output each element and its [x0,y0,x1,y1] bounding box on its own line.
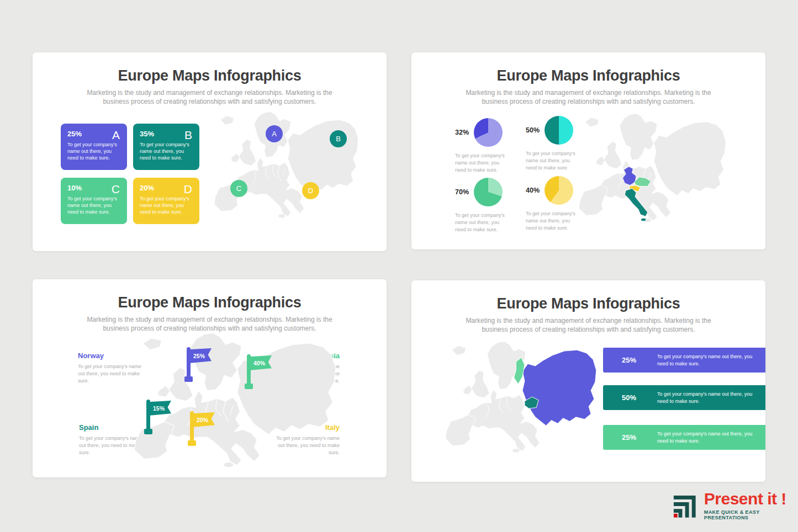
bar-row-1: 25% To get your company's name out there… [603,348,765,373]
pie-block-3: 70% To get your company's name out there… [455,178,510,233]
slide-header: Europe Maps Infographics Marketing is th… [411,295,765,334]
europe-map [438,337,609,460]
logo-tagline: MAKE QUICK & EASY PRESENTATIONS [704,509,798,520]
europe-map-svg [438,337,609,460]
bar-percent: 25% [622,356,646,364]
map-iceland [220,116,234,125]
stat-letter: D [184,183,192,196]
pie-percent: 32% [455,129,470,136]
pie-percent: 70% [455,188,470,196]
map-scandinavia [620,114,657,161]
flag-base [188,440,196,446]
slide-title: Europe Maps Infographics [33,67,387,84]
pie-chart [474,118,503,147]
slide-title: Europe Maps Infographics [411,67,765,84]
marker-letter: C [236,184,241,193]
flag-pin-norway: 25% [186,347,212,384]
flag-base [245,384,253,389]
bar-percent: 25% [622,433,646,441]
highlight-sicily [641,218,646,221]
map-uk [471,370,489,398]
slide-pies-map: Europe Maps Infographics Marketing is th… [411,52,765,249]
slide-bars-map: Europe Maps Infographics Marketing is th… [411,280,765,482]
slide-title: Europe Maps Infographics [411,295,765,312]
map-russia [288,120,358,192]
flag-percent: 20% [197,417,208,423]
map-marker-a: A [266,125,283,142]
flag-pin-russia: 40% [246,354,272,391]
stat-description: To get your company's name out there, yo… [140,141,193,161]
logo-red-square [674,514,678,518]
europe-map [207,108,371,225]
bar-description: To get your company's name out there, yo… [657,391,759,405]
flag-percent: 15% [153,405,165,412]
stat-card-b: 35% B To get your company's name out the… [133,124,199,170]
map-iceland [585,118,599,127]
pie-row: 32% [455,118,510,147]
flag-banner: 15% [149,401,171,416]
slide-header: Europe Maps Infographics Marketing is th… [411,67,765,107]
map-sicily [512,449,520,453]
flag-pin-italy: 20% [189,411,215,448]
bar-percent: 50% [622,393,646,402]
marker-letter: B [336,135,341,143]
map-sicily [278,214,286,218]
pie-block-1: 32% To get your company's name out there… [455,118,510,174]
stat-description: To get your company's name out there, yo… [67,141,120,161]
logo-title: Present it ! [704,491,798,507]
map-ireland [596,156,605,166]
bar-row-3: 25% To get your company's name out there… [603,425,765,450]
slide-subtitle: Marketing is the study and management of… [77,88,343,107]
slide-header: Europe Maps Infographics Marketing is th… [33,67,387,107]
stat-letter: C [112,183,120,196]
flag-banner: 20% [193,412,215,427]
map-russia [654,122,726,196]
bar-row-2: 50% To get your company's name out there… [603,385,765,410]
pie-description: To get your company's name out there, yo… [526,210,579,232]
stat-card-d: 20% D To get your company's name out the… [133,178,199,224]
pie-percent: 40% [526,187,541,194]
map-sicily [224,462,234,467]
map-marker-d: D [302,182,319,199]
slide-title: Europe Maps Infographics [33,294,387,311]
marker-letter: A [272,130,277,138]
map-ireland [463,385,472,395]
europe-map-svg [572,109,738,229]
stat-card-c: 10% C To get your company's name out the… [61,178,127,224]
stat-description: To get your company's name out there, yo… [140,195,193,215]
pie-chart [545,176,573,205]
bar-description: To get your company's name out there, yo… [657,353,759,367]
flag-pin-spain: 15% [145,400,171,436]
pie-row: 70% [455,178,510,206]
stat-description: To get your company's name out there, yo… [67,195,120,215]
map-ireland [231,153,240,163]
stat-card-a: 25% A To get your company's name out the… [61,124,127,170]
flag-percent: 25% [193,353,205,359]
flag-banner: 40% [250,355,272,370]
slide-subtitle: Marketing is the study and management of… [456,88,722,107]
pie-chart [474,178,503,206]
map-iceland [452,345,466,355]
flag-banner: 25% [189,348,212,363]
slide-flags-map: Europe Maps Infographics Marketing is th… [33,279,387,477]
europe-map [572,109,738,229]
present-it-logo-icon [670,491,699,522]
pie-description: To get your company's name out there, yo… [455,152,508,174]
map-marker-c: C [230,180,247,197]
flag-base [144,429,152,434]
highlight-russia [522,350,596,425]
map-uk [239,139,256,166]
flag-base [184,376,193,382]
flag-percent: 40% [253,360,265,366]
stat-letter: A [112,129,120,142]
stat-letter: B [184,129,192,142]
marker-letter: D [308,187,313,195]
pie-description: To get your company's name out there, yo… [455,212,508,233]
europe-map-svg [207,108,371,225]
logo-text: Present it ! MAKE QUICK & EASY PRESENTAT… [704,491,798,520]
pie-chart [545,116,573,145]
slide-cards-map: Europe Maps Infographics Marketing is th… [33,52,387,251]
pie-percent: 50% [526,126,541,134]
brand-logo: Present it ! MAKE QUICK & EASY PRESENTAT… [670,491,798,522]
map-uk [604,141,622,168]
